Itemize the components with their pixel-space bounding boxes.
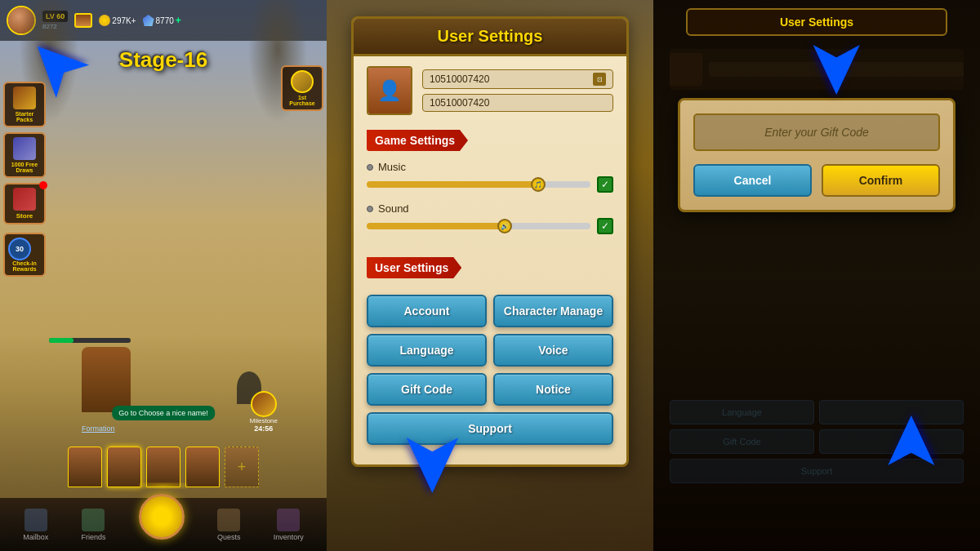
milestone-icon[interactable] [251,391,277,417]
friends-icon [82,509,105,531]
char-base-glow [139,482,188,489]
cancel-btn[interactable]: Cancel [693,164,812,197]
sound-setting: Sound 🔊 ✓ [367,202,613,234]
gift-code-placeholder: Enter your Gift Code [764,126,869,139]
char-slot-2[interactable] [107,447,141,487]
settings-title-bar: User Settings [354,19,626,56]
sound-slider[interactable]: 🔊 [367,223,590,229]
user-ids: 10510007420 ⊡ 10510007420 [422,69,613,112]
quests-icon [217,509,240,531]
dialog-top-title: User Settings [686,8,947,36]
char-slot-4[interactable] [185,447,220,487]
user-settings-bg: User Settings [367,257,461,278]
sound-slider-thumb[interactable]: 🔊 [497,219,512,233]
notice-btn[interactable]: Notice [493,373,613,406]
character-row: + [0,447,327,487]
ghost-btn-grid: Language Gift Code Support [670,400,964,483]
nav-quests[interactable]: Quests [217,509,241,541]
free-draws-btn[interactable]: 1000 FreeDraws [3,132,46,178]
nav-center-action[interactable] [139,502,185,548]
user-settings-label: User Settings [375,261,448,274]
user-id-row-2: 10510007420 [422,94,613,112]
music-setting: Music 🎵 ✓ [367,161,613,193]
player-figure [82,347,131,412]
copy-btn-1[interactable]: ⊡ [593,73,606,86]
formation-btn[interactable]: Formation [82,424,115,433]
char-slot-1[interactable] [68,447,102,487]
user-id-1: 10510007420 [430,73,588,85]
nav-mailbox[interactable]: Mailbox [23,509,48,541]
chat-bubble: Go to Choose a nice name! [112,406,215,420]
first-purchase-btn[interactable]: 1stPurchase [281,65,323,111]
sound-label: Sound [378,202,409,215]
game-settings-content: Music 🎵 ✓ Sound 🔊 [354,161,626,252]
support-row: Support [367,412,613,445]
milestone-label: Milestone [250,417,278,424]
music-dot [367,164,373,171]
gift-code-btn[interactable]: Gift Code [367,373,487,406]
settings-title: User Settings [438,27,543,45]
char-slot-3[interactable] [146,447,180,487]
gift-code-dialog: Enter your Gift Code Cancel Confirm [678,98,956,212]
music-slider[interactable]: 🎵 [367,181,590,188]
user-id-row-1: 10510007420 ⊡ [422,69,613,89]
nav-inventory[interactable]: Inventory [274,509,304,541]
settings-btn-grid: Account Character Manage Language Voice … [367,295,613,406]
game-panel: LV 60 8272 297K+ 8770 + Stage-16 ➤ Start… [0,0,327,551]
music-slider-row: 🎵 ✓ [367,176,613,193]
sound-dot [367,206,373,212]
user-settings-content: Account Character Manage Language Voice … [354,288,626,451]
support-btn[interactable]: Support [367,412,613,445]
timer-label: 24:56 [254,424,273,433]
voice-btn[interactable]: Voice [493,334,613,367]
center-action-btn[interactable] [139,494,185,540]
confirm-btn[interactable]: Confirm [822,164,940,197]
game-settings-header: Game Settings [354,125,626,156]
user-id-2: 10510007420 [430,97,606,109]
store-notification [39,181,47,189]
gift-code-input-container: Enter your Gift Code [693,113,940,151]
mailbox-icon [24,509,47,531]
dialog-title-text: User Settings [780,16,853,29]
starter-packs-btn[interactable]: StarterPacks [3,82,46,127]
music-slider-thumb[interactable]: 🎵 [531,177,546,192]
checkin-circle: 30 [8,238,31,260]
music-checkbox[interactable]: ✓ [597,176,613,193]
sound-slider-row: 🔊 ✓ [367,218,613,234]
hp-bar-fill [49,338,74,343]
nav-friends[interactable]: Friends [81,509,105,541]
char-slot-5[interactable]: + [225,447,259,487]
settings-dialog: User Settings 👤 10510007420 ⊡ 1051000742… [351,16,629,467]
ghost-gift-code: Gift Code [670,429,814,454]
checkin-btn[interactable]: 30 Check-inRewards [3,233,46,277]
user-avatar: 👤 [367,66,412,115]
ghost-language: Language [670,400,814,424]
language-btn[interactable]: Language [367,334,487,367]
store-btn[interactable]: Store [3,183,46,224]
inventory-icon [277,509,300,531]
account-btn[interactable]: Account [367,295,487,327]
bottom-nav: Mailbox Friends Quests Inventory [0,498,327,551]
user-settings-header: User Settings [354,252,626,283]
ghost-no [819,429,964,454]
game-settings-bg: Game Settings [367,130,468,151]
ghost-notice [819,400,964,424]
side-buttons: StarterPacks 1000 FreeDraws Store 30 Che… [3,82,46,277]
character-manage-btn[interactable]: Character Manage [493,295,613,327]
music-label: Music [378,161,406,173]
ghost-support: Support [670,459,964,483]
milestone-area: Milestone 24:56 [250,391,278,433]
ruins-bg [0,0,327,163]
right-buttons: 1stPurchase [281,65,323,111]
dialog-panel: User Settings Language Gift Code Support… [653,0,980,551]
settings-panel: User Settings 👤 10510007420 ⊡ 1051000742… [327,0,653,551]
game-settings-label: Game Settings [375,134,455,147]
user-profile-row: 👤 10510007420 ⊡ 10510007420 [354,56,626,125]
starter-packs-icon [13,87,36,109]
gift-btn-row: Cancel Confirm [693,164,940,197]
hp-bar [49,338,131,343]
sound-checkbox[interactable]: ✓ [597,218,613,234]
